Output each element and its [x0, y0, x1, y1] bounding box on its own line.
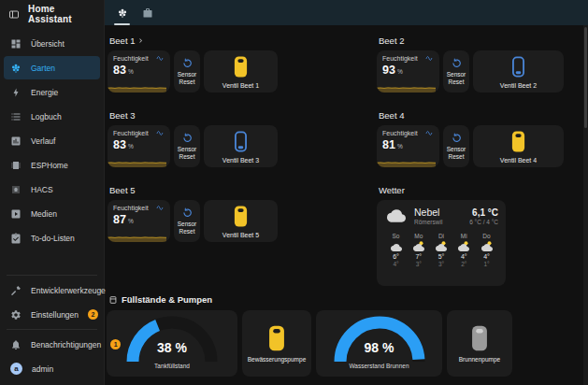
refresh-icon — [182, 207, 193, 218]
bell-icon — [10, 339, 22, 350]
flower-icon — [10, 63, 22, 74]
sensor-name: Feuchtigkeit — [113, 130, 149, 136]
dashboard-main: Beet 1Feuchtigkeit83%Sensor ResetVentil … — [105, 25, 588, 385]
refresh-icon — [452, 58, 462, 68]
sensor-name: Feuchtigkeit — [113, 55, 149, 62]
wave-icon — [156, 204, 165, 212]
sensor-reset-label: Sensor Reset — [175, 221, 199, 235]
forecast-day-name: Mi — [453, 233, 475, 239]
sensor-reset-button[interactable]: Sensor Reset — [174, 50, 200, 93]
valve-label: Ventil Beet 4 — [500, 157, 537, 164]
moisture-value: 81 — [382, 138, 395, 151]
section-title[interactable]: Beet 2 — [379, 35, 564, 46]
moisture-sparkline — [108, 83, 170, 93]
valve-button-beet-1[interactable]: Ventil Beet 1 — [204, 50, 278, 93]
gauge-card-wasserstand-brunnen[interactable]: 98 %Wasserstand Brunnen — [316, 310, 442, 377]
forecast-day: So6°4° — [385, 233, 407, 267]
sidebar-item-medien[interactable]: Medien — [4, 202, 100, 225]
sidebar-item-admin[interactable]: aadmin — [4, 357, 100, 380]
section-title[interactable]: Beet 1 — [109, 35, 278, 46]
sidebar-item-label: Logbuch — [31, 112, 62, 121]
sensor-reset-button[interactable]: Sensor Reset — [443, 125, 469, 167]
sidebar-item-verlauf[interactable]: Verlauf — [4, 129, 100, 152]
section-beet-3: Beet 3Feuchtigkeit83%Sensor ResetVentil … — [108, 109, 278, 167]
forecast-low: 1° — [476, 261, 497, 267]
section-title-label: Beet 1 — [109, 36, 135, 46]
moisture-sensor-card[interactable]: Feuchtigkeit83% — [108, 50, 170, 93]
scrollbar-thumb[interactable] — [584, 27, 587, 128]
wave-icon — [425, 54, 434, 63]
section-title-label: Wetter — [379, 185, 405, 195]
sidebar-item-label: To-do-Listen — [31, 234, 75, 243]
sidebar-toggle-icon[interactable] — [8, 8, 20, 21]
pump-button-brunnenpumpe[interactable]: Brunnenpumpe — [447, 310, 512, 377]
forecast-day-name: Do — [476, 233, 497, 239]
section-title[interactable]: Beet 4 — [379, 109, 564, 121]
view-tab-2[interactable] — [135, 0, 160, 25]
view-tab-1[interactable] — [109, 0, 135, 25]
view-dashboard-icon — [10, 38, 22, 50]
sidebar-item-entwicklerwerkzeuge[interactable]: Entwicklerwerkzeuge — [4, 278, 100, 302]
sidebar-item-energie[interactable]: Energie — [4, 80, 100, 104]
valve-button-beet-2[interactable]: Ventil Beet 2 — [473, 50, 564, 93]
sidebar-item-hacs[interactable]: HACS — [4, 178, 100, 201]
valve-button-beet-5[interactable]: Ventil Beet 5 — [204, 200, 278, 242]
section-title[interactable]: Beet 3 — [109, 109, 278, 121]
moisture-sensor-card[interactable]: Feuchtigkeit93% — [377, 50, 439, 93]
gauge-arc — [122, 313, 222, 365]
scrollbar[interactable] — [583, 25, 588, 385]
sidebar-item-label: ESPHome — [31, 161, 68, 170]
sensor-reset-button[interactable]: Sensor Reset — [443, 50, 469, 93]
weather-temperature: 6,1 °C — [469, 207, 498, 218]
valve-button-beet-3[interactable]: Ventil Beet 3 — [204, 125, 278, 167]
sidebar-item-label: Einstellungen — [31, 310, 79, 320]
pump-label: Bewässerungspumpe — [248, 356, 307, 363]
valve-on-icon — [510, 130, 526, 153]
sidebar-item-bersicht[interactable]: Übersicht — [4, 32, 100, 55]
sensor-reset-button[interactable]: Sensor Reset — [174, 125, 200, 167]
app-title: Home Assistant — [28, 4, 95, 24]
refresh-icon — [182, 133, 193, 143]
sidebar-item-label: Übersicht — [31, 39, 65, 49]
valve-button-beet-4[interactable]: Ventil Beet 4 — [473, 125, 564, 167]
moisture-sensor-card[interactable]: Feuchtigkeit83% — [108, 125, 170, 167]
sidebar-item-benachrichtigungen[interactable]: Benachrichtigungen1 — [4, 333, 100, 356]
forecast-high: 4° — [453, 253, 475, 260]
wave-icon — [156, 129, 165, 137]
weather-card[interactable]: NebelRömerswil6,1 °C6 °C / 4 °CSo6°4°Mo7… — [377, 200, 506, 286]
sidebar-item-label: Energie — [31, 88, 58, 97]
valve-label: Ventil Beet 2 — [500, 82, 537, 89]
section-title-label: Beet 3 — [109, 110, 135, 121]
format-list-icon — [10, 111, 22, 122]
moisture-sensor-card[interactable]: Feuchtigkeit87% — [108, 200, 170, 242]
sensor-reset-label: Sensor Reset — [444, 71, 468, 86]
forecast-day: Mi4°2° — [453, 233, 475, 267]
moisture-sensor-card[interactable]: Feuchtigkeit81% — [377, 125, 439, 167]
tank-icon — [108, 295, 118, 305]
sidebar-item-garten[interactable]: Garten — [4, 56, 100, 79]
avatar: a — [10, 363, 22, 375]
home-assistant-window: Home Assistant ÜbersichtGartenEnergieLog… — [0, 0, 588, 385]
section-wetter: WetterNebelRömerswil6,1 °C6 °C / 4 °CSo6… — [377, 184, 564, 286]
forecast-high: 4° — [476, 253, 497, 260]
gauge-card-tankf-llstand[interactable]: 38 %Tankfüllstand — [107, 310, 237, 377]
sidebar-item-label: admin — [32, 364, 53, 374]
sensor-reset-button[interactable]: Sensor Reset — [174, 200, 200, 242]
pump-button-bew-sserungspumpe[interactable]: Bewässerungspumpe — [242, 310, 311, 377]
sidebar-item-einstellungen[interactable]: Einstellungen2 — [4, 303, 100, 326]
valve-label: Ventil Beet 5 — [222, 232, 259, 238]
chevron-right-icon — [136, 36, 145, 45]
cog-icon — [10, 309, 22, 321]
sidebar-header: Home Assistant — [0, 0, 104, 28]
sidebar-item-to-do-listen[interactable]: To-do-Listen — [4, 226, 100, 250]
sensor-reset-label: Sensor Reset — [444, 146, 468, 161]
sidebar-item-logbuch[interactable]: Logbuch — [4, 105, 100, 128]
section-title[interactable]: Beet 5 — [109, 184, 278, 195]
view-toolbar — [105, 0, 588, 25]
weather-condition: Nebel — [414, 207, 464, 218]
notification-badge: 2 — [88, 309, 98, 320]
chip-icon — [10, 160, 22, 171]
valve-on-icon — [233, 55, 249, 78]
valve-on-icon — [233, 205, 249, 228]
sidebar-item-esphome[interactable]: ESPHome — [4, 153, 100, 177]
